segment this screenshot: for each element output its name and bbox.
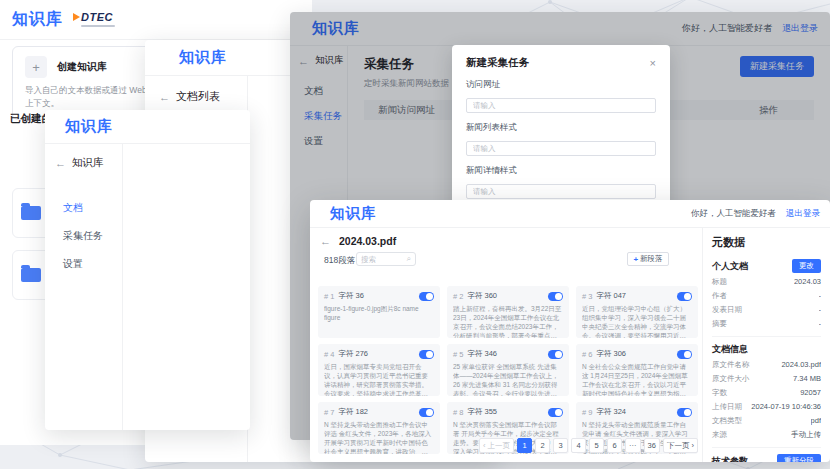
page-button[interactable]: 5 (589, 438, 604, 453)
page-button[interactable]: 3 (553, 438, 568, 453)
sidebar-item-设置[interactable]: 设置 (45, 250, 122, 278)
modal-input[interactable] (466, 184, 656, 199)
panel-section: 文档信息原文件名称2024.03.pdf原文件大小7.34 MB字数92057上… (712, 336, 821, 440)
meta-label: 发表日期 (712, 305, 742, 315)
meta-value: 2024.03 (794, 277, 821, 286)
meta-value: 手动上传 (791, 430, 821, 440)
chunk-enabled-toggle[interactable] (677, 350, 692, 359)
chunk-head: # 4字符 276 (324, 349, 434, 359)
chunk-enabled-toggle[interactable] (677, 292, 692, 301)
doc-title: 2024.03.pdf (339, 235, 396, 247)
meta-value: 92057 (800, 388, 821, 397)
doc-meta-panel: 元数据 个人文档更改标题2024.03作者-发表日期-摘要-文档信息原文件名称2… (702, 228, 830, 462)
chunk-index: # 6 (582, 350, 592, 359)
meta-row: 来源手动上传 (712, 430, 821, 440)
search-icon: ⌕ (407, 254, 411, 264)
chunk-char-count: 字符 355 (467, 407, 497, 417)
next-page-button[interactable]: 下一页 › (663, 438, 698, 453)
home-header: 知识库 DTEC (0, 0, 312, 40)
chunk-grid: # 1字符 36figure-1-figure-0.jpg图片8c name f… (318, 286, 698, 454)
search-input[interactable] (361, 255, 407, 264)
chunk-index: # 2 (453, 292, 463, 301)
meta-row: 发表日期- (712, 305, 821, 315)
meta-row: 原文件大小7.34 MB (712, 374, 821, 384)
chunk-enabled-toggle[interactable] (677, 408, 692, 417)
modal-input[interactable] (466, 141, 656, 156)
logo-arrow-icon (73, 13, 80, 21)
chunk-char-count: 字符 346 (467, 349, 497, 359)
chunk-head: # 2字符 360 (453, 291, 563, 301)
chunk-char-count: 字符 276 (338, 349, 368, 359)
chunk-enabled-toggle[interactable] (419, 408, 434, 417)
meta-row: 字数92057 (712, 388, 821, 398)
chunk-card: # 4字符 276近日，国家烟草专卖局党组召开会议，认真学习贯彻习近平总书记重要… (318, 344, 440, 396)
brand-logo: DTEC (73, 12, 115, 28)
back-to-doc-list[interactable]: ← 文档列表 (159, 89, 247, 104)
section-header: 技术参数重新分段 (712, 454, 821, 462)
page-button[interactable]: 1 (517, 438, 532, 453)
section-title: 个人文档 (712, 260, 748, 273)
section-action-button[interactable]: 更改 (792, 259, 821, 273)
logout-link[interactable]: 退出登录 (786, 208, 820, 220)
chunk-char-count: 字符 360 (467, 291, 497, 301)
meta-row: 原文件名称2024.03.pdf (712, 360, 821, 370)
page-button[interactable]: 2 (535, 438, 550, 453)
kb-sidebar: ← 知识库 文档采集任务设置 (45, 144, 123, 430)
app-title: 知识库 (179, 48, 227, 67)
plus-icon: + (25, 56, 47, 78)
add-paragraph-button[interactable]: + 新段落 (627, 252, 669, 266)
chunk-card: # 3字符 047近日，党组理论学习中心组（扩大）组织集中学习，深入学习领会二十… (576, 286, 698, 338)
page-ellipsis[interactable]: ··· (625, 438, 641, 453)
section-header: 文档信息 (712, 343, 821, 356)
meta-row: 文档类型pdf (712, 416, 821, 426)
chunk-text: N 全社会公众全面规范工作自觉申请这 1月24日至25日，2024年全国烟草工作… (582, 362, 692, 396)
meta-value: 7.34 MB (793, 374, 821, 383)
chunk-enabled-toggle[interactable] (548, 408, 563, 417)
chunk-char-count: 字符 047 (596, 291, 626, 301)
back-to-kb[interactable]: ← 知识库 (45, 156, 122, 170)
page-button[interactable]: 4 (571, 438, 586, 453)
doc-header: 知识库 你好，人工智能爱好者 退出登录 (310, 200, 830, 228)
page-button[interactable]: 36 (644, 438, 660, 453)
sidebar-item-采集任务[interactable]: 采集任务 (45, 222, 122, 250)
sidebar-item-文档[interactable]: 文档 (45, 194, 122, 222)
modal-title: 新建采集任务 (466, 56, 529, 70)
chunk-card: # 6字符 306N 全社会公众全面规范工作自觉申请这 1月24日至25日，20… (576, 344, 698, 396)
app-title: 知识库 (65, 117, 113, 136)
back-arrow-icon[interactable]: ← (159, 91, 170, 103)
meta-value: - (819, 291, 822, 300)
chunk-text: 近日，国家烟草专卖局党组召开会议，认真学习贯彻习近平总书记重要讲话精神，研究部署… (324, 362, 434, 396)
panel-title: 元数据 (712, 235, 821, 250)
meta-value: - (819, 319, 822, 328)
field-label: 访问网址 (466, 79, 656, 91)
pagination: ‹ 上一页123456···36下一页 › (479, 438, 698, 453)
create-kb-title: 创建知识库 (57, 60, 107, 74)
back-label: 知识库 (72, 156, 104, 170)
prev-page-button[interactable]: ‹ 上一页 (479, 438, 514, 453)
meta-label: 文档类型 (712, 416, 742, 426)
chunk-enabled-toggle[interactable] (419, 292, 434, 301)
meta-value: pdf (811, 416, 821, 425)
chunk-enabled-toggle[interactable] (548, 292, 563, 301)
chunk-index: # 7 (324, 408, 334, 417)
chunk-char-count: 字符 182 (338, 407, 368, 417)
meta-label: 原文件名称 (712, 360, 750, 370)
chunk-enabled-toggle[interactable] (419, 350, 434, 359)
back-arrow-icon[interactable]: ← (55, 157, 66, 169)
doc-toolbar: 818段落 ⌕ + 新段落 (310, 252, 702, 270)
meta-label: 上传日期 (712, 402, 742, 412)
chunk-char-count: 字符 36 (338, 291, 363, 301)
chunk-char-count: 字符 324 (596, 407, 626, 417)
chunk-enabled-toggle[interactable] (548, 350, 563, 359)
back-arrow-icon[interactable]: ← (320, 235, 331, 247)
chunk-head: # 6字符 306 (582, 349, 692, 359)
meta-label: 摘要 (712, 319, 727, 329)
window-document: 知识库 你好，人工智能爱好者 退出登录 ← 2024.03.pdf 818段落 … (310, 200, 830, 462)
close-icon[interactable]: × (650, 58, 656, 69)
section-action-button[interactable]: 重新分段 (777, 454, 821, 462)
page-button[interactable]: 6 (607, 438, 622, 453)
modal-input[interactable] (466, 98, 656, 113)
section-title: 文档信息 (712, 343, 748, 356)
meta-row: 作者- (712, 291, 821, 301)
chunk-head: # 8字符 355 (453, 407, 563, 417)
